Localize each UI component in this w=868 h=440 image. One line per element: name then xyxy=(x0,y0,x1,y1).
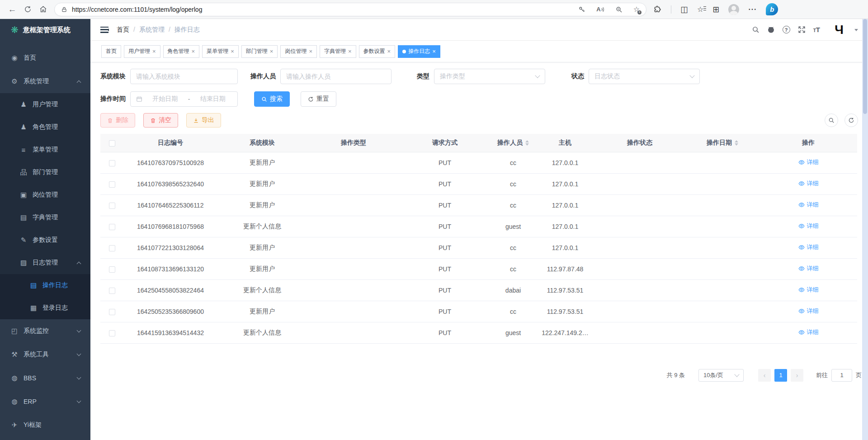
collapse-sidebar-icon[interactable] xyxy=(100,27,108,33)
prev-page-button[interactable]: ‹ xyxy=(758,369,771,382)
sidebar-item[interactable]: ▨ 日志管理 xyxy=(0,251,90,274)
clear-button[interactable]: 清空 xyxy=(143,113,178,128)
tab[interactable]: 用户管理 × xyxy=(124,45,160,58)
tab[interactable]: 操作日志 × xyxy=(398,45,440,58)
operator-input[interactable] xyxy=(286,73,386,80)
column-header[interactable]: 操作类型 xyxy=(307,134,400,152)
tab-close-icon[interactable]: × xyxy=(432,48,436,55)
select-all-checkbox[interactable] xyxy=(109,140,115,147)
sidebar-item[interactable]: ♟ 角色管理 xyxy=(0,116,90,138)
tab[interactable]: 参数设置 × xyxy=(359,45,396,58)
browser-scrollbar[interactable] xyxy=(862,19,868,440)
column-header[interactable]: 操作日期 xyxy=(685,134,760,152)
tab-close-icon[interactable]: × xyxy=(309,48,312,55)
page-number-active[interactable]: 1 xyxy=(774,369,787,382)
tab-close-icon[interactable]: × xyxy=(270,48,274,55)
column-header[interactable]: 日志编号 xyxy=(124,134,217,152)
tab-close-icon[interactable]: × xyxy=(152,48,156,55)
sidebar-item[interactable]: ▦ 登录日志 xyxy=(0,297,90,319)
sidebar-item[interactable]: ◉ 首页 xyxy=(0,46,90,70)
add-favorite-icon[interactable]: ☆+ xyxy=(633,5,640,14)
tab[interactable]: 角色管理 × xyxy=(163,45,200,58)
tab[interactable]: 菜单管理 × xyxy=(202,45,239,58)
sidebar-item[interactable]: ▤ 操作日志 xyxy=(0,274,90,297)
row-checkbox[interactable] xyxy=(109,160,115,166)
detail-link[interactable]: 详细 xyxy=(798,265,819,273)
bing-chat-icon[interactable]: b xyxy=(766,3,778,15)
type-select[interactable]: 操作类型 xyxy=(434,69,545,84)
collections-icon[interactable]: ⊞ xyxy=(712,5,719,14)
tab[interactable]: 部门管理 × xyxy=(241,45,278,58)
show-search-button[interactable] xyxy=(825,114,838,127)
detail-link[interactable]: 详细 xyxy=(798,328,819,336)
scrollbar-thumb[interactable] xyxy=(863,19,867,114)
column-header[interactable]: 操作 xyxy=(760,134,857,152)
row-checkbox[interactable] xyxy=(109,330,115,336)
sidebar-item[interactable]: ◰ 系统监控 xyxy=(0,319,90,343)
detail-link[interactable]: 详细 xyxy=(798,286,819,294)
user-avatar-logo[interactable]: Ч xyxy=(831,22,847,38)
favorites-icon[interactable]: ☆ xyxy=(697,5,703,14)
sort-icon[interactable] xyxy=(525,140,529,146)
password-key-icon[interactable] xyxy=(578,6,585,13)
row-checkbox[interactable] xyxy=(109,181,115,188)
sidebar-item[interactable]: ▤ 字典管理 xyxy=(0,206,90,229)
search-button[interactable]: 搜索 xyxy=(254,91,290,107)
sidebar-item[interactable]: ⚒ 系统工具 xyxy=(0,343,90,366)
breadcrumb-item[interactable]: 操作日志 xyxy=(165,26,200,34)
sidebar-item[interactable]: ✎ 参数设置 xyxy=(0,229,90,251)
column-header[interactable]: 操作状态 xyxy=(594,134,685,152)
tab[interactable]: 字典管理 × xyxy=(320,45,356,58)
row-checkbox[interactable] xyxy=(109,309,115,315)
sidebar-item[interactable]: ✈ Yi框架 xyxy=(0,413,90,437)
delete-button[interactable]: 删除 xyxy=(100,113,135,128)
reset-button[interactable]: 重置 xyxy=(301,91,336,107)
font-size-icon[interactable]: TT xyxy=(813,26,820,33)
search-icon[interactable] xyxy=(752,26,760,33)
detail-link[interactable]: 详细 xyxy=(798,158,819,166)
sidebar-item[interactable]: ⚙ 系统管理 xyxy=(0,70,90,93)
detail-link[interactable]: 详细 xyxy=(798,307,819,315)
date-range-picker[interactable]: 开始日期 - 结束日期 xyxy=(130,91,238,107)
detail-link[interactable]: 详细 xyxy=(798,180,819,188)
browser-profile-avatar[interactable] xyxy=(728,4,739,15)
refresh-icon[interactable] xyxy=(20,2,35,17)
row-checkbox[interactable] xyxy=(109,203,115,209)
row-checkbox[interactable] xyxy=(109,266,115,273)
column-header[interactable]: 操作人员 xyxy=(490,134,536,152)
tab-close-icon[interactable]: × xyxy=(231,48,234,55)
sort-icon[interactable] xyxy=(735,140,738,146)
detail-link[interactable]: 详细 xyxy=(798,222,819,230)
help-icon[interactable]: ? xyxy=(783,26,790,33)
sidebar-item[interactable]: ◍ BBS xyxy=(0,366,90,390)
user-dropdown-caret-icon[interactable] xyxy=(854,29,858,33)
page-size-select[interactable]: 10条/页 xyxy=(698,369,744,382)
read-aloud-icon[interactable]: A xyxy=(596,6,604,13)
github-icon[interactable] xyxy=(767,26,775,33)
tab[interactable]: 首页 xyxy=(101,45,121,58)
browser-menu-icon[interactable]: ··· xyxy=(748,5,757,14)
module-input[interactable] xyxy=(136,73,232,80)
row-checkbox[interactable] xyxy=(109,288,115,294)
sidebar-item[interactable]: ≡ 菜单管理 xyxy=(0,138,90,161)
next-page-button[interactable]: › xyxy=(791,369,803,382)
column-header[interactable]: 系统模块 xyxy=(217,134,307,152)
sidebar-item[interactable]: ♟ 用户管理 xyxy=(0,93,90,116)
refresh-table-button[interactable] xyxy=(844,114,858,127)
column-header[interactable]: 主机 xyxy=(536,134,594,152)
breadcrumb-item[interactable]: 首页 xyxy=(117,26,129,34)
column-header[interactable]: 请求方式 xyxy=(400,134,490,152)
export-button[interactable]: 导出 xyxy=(186,113,221,128)
back-icon[interactable]: ← xyxy=(5,2,20,17)
tab-close-icon[interactable]: × xyxy=(387,48,391,55)
tab[interactable]: 岗位管理 × xyxy=(280,45,317,58)
sidebar-item[interactable]: ▣ 岗位管理 xyxy=(0,184,90,206)
sidebar-item[interactable]: 品 部门管理 xyxy=(0,161,90,184)
zoom-out-icon[interactable] xyxy=(615,6,623,13)
tab-close-icon[interactable]: × xyxy=(192,48,195,55)
breadcrumb-item[interactable]: 系统管理 xyxy=(129,26,165,34)
split-screen-icon[interactable]: ◫ xyxy=(680,5,688,14)
extensions-icon[interactable] xyxy=(654,5,662,14)
home-icon[interactable] xyxy=(35,2,51,17)
status-select[interactable]: 日志状态 xyxy=(589,69,700,84)
